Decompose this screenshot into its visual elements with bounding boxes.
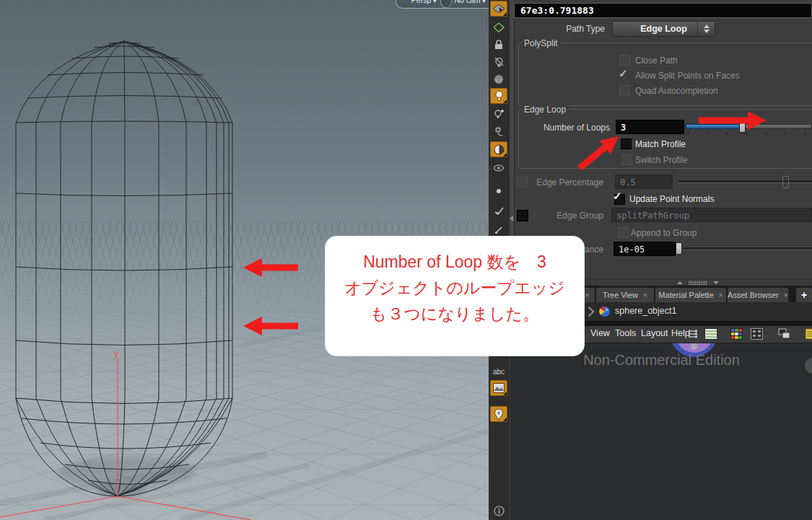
corner-badge xyxy=(805,358,812,374)
houdini-badge-dot xyxy=(691,343,697,350)
eye-brush-icon xyxy=(494,164,504,172)
select-tool-button[interactable] xyxy=(490,1,507,17)
headlight-button[interactable] xyxy=(490,71,507,87)
update-normals-checkmark-icon: ✓ xyxy=(613,190,622,203)
loops-slider-fill xyxy=(686,124,742,129)
loops-slider-ticks xyxy=(688,132,812,135)
snapshot-pin-button[interactable] xyxy=(490,406,507,422)
tab-asset-browser[interactable]: Asset Browser× xyxy=(728,288,788,302)
node-info-field[interactable]: 67e3:0.791883 xyxy=(514,3,812,18)
splitter-up-icon[interactable] xyxy=(677,281,683,284)
splitter-grip-icon[interactable] xyxy=(689,281,707,285)
view-sphere-icon xyxy=(494,74,504,84)
menu-layout[interactable]: Layout xyxy=(641,328,668,338)
check-brush-icon xyxy=(494,207,504,215)
lights-button[interactable] xyxy=(490,88,507,104)
materials-button[interactable] xyxy=(490,141,507,157)
add-camera-button[interactable] xyxy=(490,123,507,139)
grid-layout-icon[interactable] xyxy=(751,328,763,340)
edge-group-field[interactable]: splitPathGroup xyxy=(611,208,812,222)
tolerance-field[interactable]: 1e-05 xyxy=(614,242,676,256)
edge-group-label: Edge Group xyxy=(510,211,603,221)
houdini-window: y Persp ▾ No cam ▾ xyxy=(0,0,812,520)
add-light-icon xyxy=(494,109,504,119)
loops-slider-handle[interactable] xyxy=(739,120,746,133)
tree-hierarchy-icon[interactable] xyxy=(687,328,699,340)
annotation-line-2: オブジェクトのループエッジ xyxy=(326,275,584,301)
edge-percentage-field[interactable]: 0.5 xyxy=(615,175,673,189)
list-view-icon[interactable] xyxy=(704,328,717,340)
allow-split-checkmark-icon[interactable]: ✓ xyxy=(619,67,628,80)
path-type-label: Path Type xyxy=(510,24,605,34)
background-image-button[interactable] xyxy=(490,380,507,396)
select-arrow-icon xyxy=(493,4,505,13)
tolerance-slider-track[interactable] xyxy=(683,247,812,250)
polysplit-group-label: PolySplit xyxy=(521,38,561,48)
tab-tree-view[interactable]: Tree View× xyxy=(596,288,654,302)
tab-material-palette[interactable]: Material Palette× xyxy=(655,288,726,302)
node-path-label[interactable]: sphere_object1 xyxy=(615,306,676,316)
add-light-button[interactable] xyxy=(490,106,507,122)
text-tool-button[interactable]: abc xyxy=(490,363,507,379)
no-lights-button[interactable] xyxy=(490,54,507,70)
info-button[interactable] xyxy=(490,503,507,519)
match-profile-label: Match Profile xyxy=(635,139,686,149)
location-pin-icon xyxy=(494,409,503,420)
axis-y-label: y xyxy=(114,348,118,358)
annotation-callout: Number of Loop 数を 3 オブジェクトのループエッジ も３つになり… xyxy=(325,236,585,356)
dropdown-spinner-icon[interactable] xyxy=(697,22,715,36)
edge-loop-group-label: Edge Loop xyxy=(521,105,569,115)
add-tab-button[interactable]: + xyxy=(796,288,812,302)
chevron-down-icon: ▾ xyxy=(483,0,486,4)
number-of-loops-label: Number of Loops xyxy=(510,123,610,133)
dot-icon xyxy=(496,188,502,194)
apply-tool-button[interactable] xyxy=(490,203,507,219)
breadcrumb-chevron-icon[interactable] xyxy=(586,307,593,316)
no-light-icon xyxy=(494,57,504,67)
append-to-group-checkbox[interactable] xyxy=(618,227,629,238)
edge-percentage-slider-handle[interactable] xyxy=(782,176,789,188)
tab-close-icon[interactable]: × xyxy=(719,291,723,299)
notes-icon[interactable] xyxy=(806,328,812,340)
tab-close-icon[interactable]: × xyxy=(643,291,647,299)
abc-label: abc xyxy=(493,368,505,376)
geometry-node-icon xyxy=(599,306,611,317)
close-path-label: Close Path xyxy=(635,56,678,66)
visualizers-button[interactable] xyxy=(490,160,507,176)
network-editor[interactable]: Non-Commercial Edition xyxy=(510,343,812,520)
tab-close-icon[interactable]: × xyxy=(784,291,788,299)
overlapping-windows-icon[interactable] xyxy=(778,328,790,340)
show-handles-button[interactable] xyxy=(490,19,507,35)
camera-dropdown[interactable]: No cam ▾ xyxy=(440,0,489,9)
path-type-dropdown[interactable]: Edge Loop xyxy=(612,21,715,37)
pen-icon xyxy=(494,226,503,234)
light-bulb-icon xyxy=(495,91,503,101)
handles-icon xyxy=(494,23,505,32)
color-palette-grid-icon[interactable] xyxy=(730,328,743,340)
menu-view[interactable]: View xyxy=(590,328,610,338)
quad-auto-label: Quad Autocompletion xyxy=(635,86,718,96)
tab-close-icon[interactable]: × xyxy=(585,291,590,299)
dot-tool-button[interactable] xyxy=(490,183,507,199)
match-profile-checkbox[interactable] xyxy=(621,138,632,149)
material-ball-icon xyxy=(494,144,505,155)
close-path-checkbox[interactable] xyxy=(619,55,630,66)
chevron-down-icon: ▾ xyxy=(433,0,436,4)
append-to-group-label: Append to Group xyxy=(631,228,697,238)
annotation-line-1: Number of Loop 数を 3 xyxy=(326,249,584,275)
lock-button[interactable] xyxy=(490,37,507,53)
info-icon xyxy=(494,506,505,516)
image-icon xyxy=(493,383,505,393)
switch-profile-checkbox[interactable] xyxy=(621,154,632,165)
number-of-loops-field[interactable]: 3 xyxy=(616,120,684,134)
quad-auto-checkbox[interactable] xyxy=(619,85,630,96)
annotation-line-3: も３つになりました。 xyxy=(326,301,584,327)
switch-profile-label: Switch Profile xyxy=(635,155,688,165)
splitter-down-icon[interactable] xyxy=(713,281,719,284)
tolerance-slider-handle[interactable] xyxy=(676,242,682,255)
menu-tools[interactable]: Tools xyxy=(615,328,636,338)
edge-percentage-slider-track[interactable] xyxy=(678,180,812,183)
add-camera-icon xyxy=(494,126,504,137)
allow-split-label: Allow Split Points on Faces xyxy=(635,71,740,81)
edge-percentage-label: Edge Percentage xyxy=(510,177,603,188)
